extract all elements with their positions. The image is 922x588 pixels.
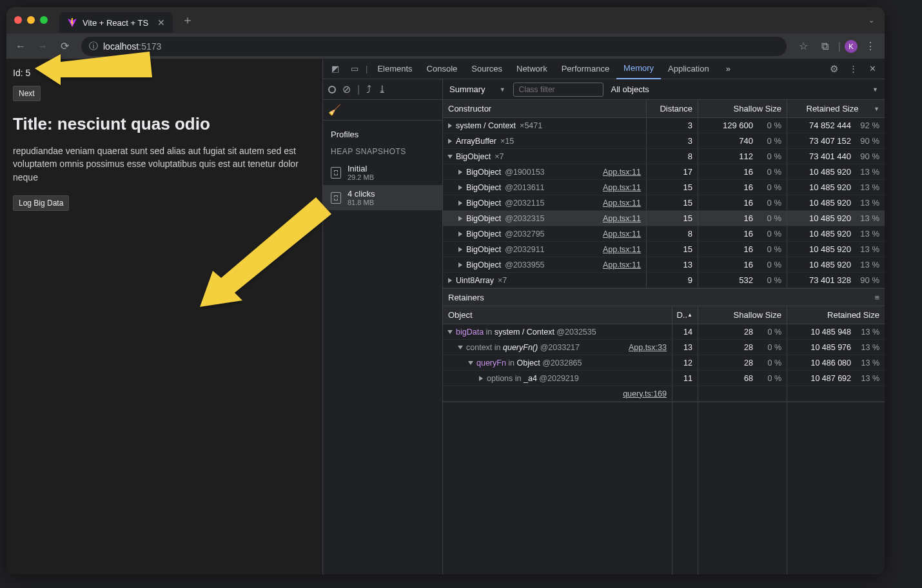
gc-icon[interactable]: 🧹: [328, 104, 341, 115]
close-devtools-icon[interactable]: ✕: [864, 64, 881, 74]
devtools-tab-performance[interactable]: Performance: [554, 59, 616, 79]
heap-row[interactable]: BigObject@2013611App.tsx:1115160 %10 485…: [443, 180, 885, 195]
record-icon[interactable]: [328, 86, 336, 93]
vite-favicon-icon: [67, 17, 77, 28]
profiles-label: Profiles: [323, 121, 442, 144]
heap-row[interactable]: BigObject@2032795App.tsx:118160 %10 485 …: [443, 226, 885, 242]
snapshot-icon: [331, 192, 341, 204]
new-tab-button[interactable]: ＋: [182, 12, 193, 28]
retainers-menu-icon[interactable]: ≡: [874, 293, 879, 302]
expand-icon[interactable]: [479, 376, 483, 381]
extensions-icon[interactable]: ⧉: [816, 37, 834, 55]
clear-icon[interactable]: ⊘: [342, 83, 351, 95]
devtools-tab-sources[interactable]: Sources: [464, 59, 509, 79]
expand-icon[interactable]: [448, 278, 452, 283]
page-title: Title: nesciunt quas odio: [13, 114, 316, 134]
expand-icon[interactable]: [448, 123, 452, 128]
source-link[interactable]: query.ts:169: [623, 389, 667, 398]
expand-icon[interactable]: [458, 262, 462, 268]
browser-menu-icon[interactable]: ⋮: [861, 37, 879, 55]
devtools-tab-console[interactable]: Console: [420, 59, 465, 79]
forward-button[interactable]: →: [34, 37, 52, 55]
heap-row[interactable]: BigObject@2033955App.tsx:1113160 %10 485…: [443, 257, 885, 273]
source-link[interactable]: App.tsx:11: [603, 214, 641, 223]
heap-snapshots-label: HEAP SNAPSHOTS: [323, 144, 442, 160]
minimize-window-icon[interactable]: [27, 16, 35, 24]
expand-icon[interactable]: [458, 346, 463, 349]
url-bar[interactable]: ⓘ localhost:5173: [81, 37, 787, 56]
next-button[interactable]: Next: [13, 86, 41, 101]
retainer-row[interactable]: bigData in system / Context @20325351428…: [443, 324, 885, 340]
tab-title: Vite + React + TS: [83, 18, 148, 28]
back-button[interactable]: ←: [12, 37, 30, 55]
filter-menu-icon[interactable]: ▼: [872, 86, 878, 93]
expand-icon[interactable]: [468, 361, 473, 365]
col-retained[interactable]: Retained Size ▼: [787, 100, 885, 117]
expand-icon[interactable]: [458, 216, 462, 221]
snapshot-item[interactable]: Initial29.2 MB: [323, 160, 442, 185]
class-filter-input[interactable]: [513, 83, 603, 97]
retainer-row[interactable]: queryFn in Object @203286512280 %10 486 …: [443, 355, 885, 371]
more-tabs-icon[interactable]: »: [719, 59, 738, 79]
expand-icon[interactable]: [458, 247, 462, 252]
heap-row[interactable]: ArrayBuffer×1537400 %73 407 15290 %: [443, 133, 885, 149]
source-link[interactable]: App.tsx:11: [603, 168, 641, 177]
col-object[interactable]: Object: [443, 306, 672, 324]
retainer-row[interactable]: options in _a4 @202921911680 %10 487 692…: [443, 371, 885, 386]
browser-tab[interactable]: Vite + React + TS ✕: [59, 12, 173, 33]
source-link[interactable]: App.tsx:11: [603, 260, 641, 270]
heap-row[interactable]: system / Context×54713129 6000 %74 852 4…: [443, 118, 885, 133]
close-window-icon[interactable]: [14, 16, 22, 24]
reload-button[interactable]: ⟳: [55, 37, 74, 55]
heap-row[interactable]: BigObject@2032115App.tsx:1115160 %10 485…: [443, 195, 885, 211]
source-link[interactable]: App.tsx:11: [603, 199, 641, 208]
col-constructor[interactable]: Constructor: [443, 100, 647, 117]
download-icon[interactable]: ⤓: [378, 83, 386, 95]
heap-row[interactable]: BigObject@2032911App.tsx:1115160 %10 485…: [443, 242, 885, 257]
log-big-data-button[interactable]: Log Big Data: [13, 195, 69, 211]
heap-row[interactable]: BigObject@2032315App.tsx:1115160 %10 485…: [443, 211, 885, 226]
source-link[interactable]: App.tsx:11: [603, 245, 641, 254]
expand-icon[interactable]: [448, 139, 452, 144]
expand-icon[interactable]: [458, 201, 462, 206]
col-ret-shallow[interactable]: Shallow Size: [698, 306, 787, 324]
devtools-tab-application[interactable]: Application: [661, 59, 716, 79]
col-distance[interactable]: Distance: [647, 100, 698, 117]
site-info-icon[interactable]: ⓘ: [89, 41, 98, 52]
inspect-icon[interactable]: ◩: [327, 64, 344, 74]
heap-row[interactable]: Uint8Array×795320 %73 401 32890 %: [443, 273, 885, 288]
devtools-tab-memory[interactable]: Memory: [616, 59, 661, 79]
expand-icon[interactable]: [458, 231, 462, 237]
summary-dropdown[interactable]: Summary▼: [449, 84, 505, 94]
expand-icon[interactable]: [458, 170, 462, 175]
upload-icon[interactable]: ⤴: [366, 84, 371, 95]
window-menu-icon[interactable]: ⌄: [868, 16, 874, 24]
col-d[interactable]: D..▲: [672, 306, 698, 324]
devtools-tab-network[interactable]: Network: [509, 59, 554, 79]
expand-icon[interactable]: [458, 185, 462, 190]
heap-table-header: Constructor Distance Shallow Size Retain…: [443, 100, 885, 118]
expand-icon[interactable]: [447, 330, 453, 334]
source-link[interactable]: App.tsx:33: [629, 343, 667, 352]
retainer-row[interactable]: context in queryFn() @2033217App.tsx:331…: [443, 340, 885, 355]
settings-icon[interactable]: ⚙: [825, 63, 842, 75]
all-objects-dropdown[interactable]: All objects: [611, 84, 649, 94]
device-toolbar-icon[interactable]: ▭: [346, 64, 363, 74]
snapshot-item[interactable]: 4 clicks81.8 MB: [323, 185, 442, 210]
devtools-menu-icon[interactable]: ⋮: [845, 64, 861, 74]
expand-icon[interactable]: [447, 155, 453, 159]
retainer-row-link[interactable]: query.ts:169: [443, 386, 885, 402]
profile-avatar[interactable]: K: [845, 40, 858, 53]
heap-row[interactable]: BigObject×781120 %73 401 44090 %: [443, 149, 885, 164]
maximize-window-icon[interactable]: [40, 16, 48, 24]
bookmark-icon[interactable]: ☆: [794, 37, 812, 55]
url-port: :5173: [139, 41, 161, 52]
col-ret-retained[interactable]: Retained Size: [787, 306, 885, 324]
heap-row[interactable]: BigObject@1900153App.tsx:1117160 %10 485…: [443, 164, 885, 180]
source-link[interactable]: App.tsx:11: [603, 183, 641, 192]
source-link[interactable]: App.tsx:11: [603, 230, 641, 239]
close-tab-icon[interactable]: ✕: [157, 17, 165, 28]
address-bar-row: ← → ⟳ ⓘ localhost:5173 ☆ ⧉ | K ⋮: [6, 33, 885, 59]
devtools-tab-elements[interactable]: Elements: [370, 59, 419, 79]
col-shallow[interactable]: Shallow Size: [698, 100, 787, 117]
